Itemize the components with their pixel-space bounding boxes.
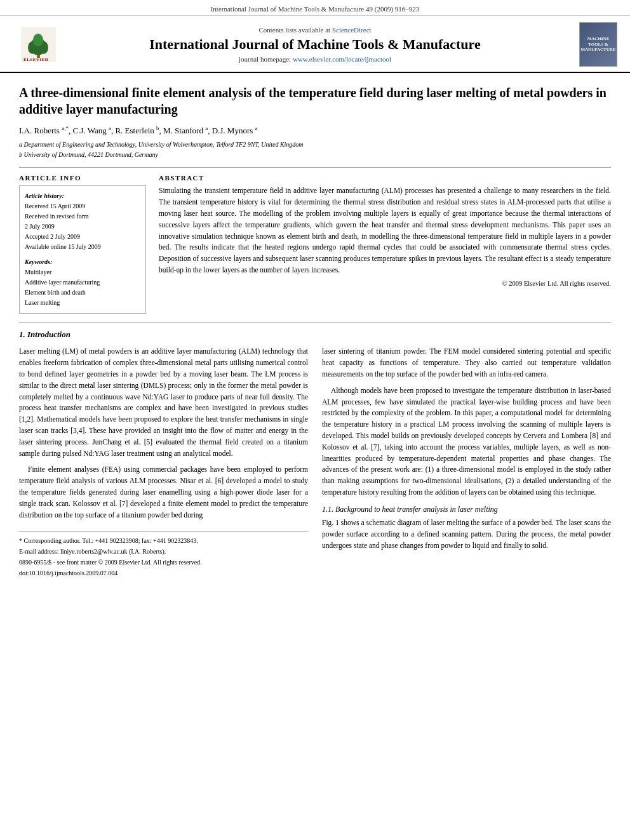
svg-point-5 (33, 34, 43, 46)
keywords-label: Keywords: (25, 257, 140, 267)
copyright-line: © 2009 Elsevier Ltd. All rights reserved… (159, 280, 611, 287)
elsevier-logo: ELSEVIER (13, 27, 64, 62)
footnote-doi: doi:10.1016/j.ijmachtools.2009.07.004 (19, 568, 308, 578)
authors-line: I.A. Roberts a,*, C.J. Wang a, R. Esterl… (19, 125, 611, 136)
homepage-label: journal homepage: (239, 55, 291, 63)
keyword-1: Multilayer (25, 267, 140, 277)
keywords-section: Keywords: Multilayer Additive layer manu… (25, 257, 140, 308)
journal-homepage: journal homepage: www.elsevier.com/locat… (64, 55, 566, 63)
received-revised-label: Received in revised form (25, 211, 140, 222)
authors-text: I.A. Roberts a,*, C.J. Wang a, R. Esterl… (19, 126, 258, 135)
article-info-col: ARTICLE INFO Article history: Received 1… (19, 174, 146, 314)
body-col-left: Laser melting (LM) of metal powders is a… (19, 346, 308, 578)
subsection-1-1-title: 1.1. Background to heat transfer analysi… (322, 503, 611, 516)
abstract-text: Simulating the transient temperature fie… (159, 185, 611, 276)
body-two-col: Laser melting (LM) of metal powders is a… (19, 346, 611, 578)
footnote-email: E-mail address: liniye.roberts2@wlv.ac.u… (19, 547, 308, 556)
journal-citation-text: International Journal of Machine Tools &… (211, 5, 420, 13)
section-1-header: 1. Introduction (19, 330, 611, 340)
footnote-corresponding: * Corresponding author. Tel.: +441 90232… (19, 536, 308, 545)
abstract-col: ABSTRACT Simulating the transient temper… (159, 174, 611, 314)
revised-date: 2 July 2009 (25, 222, 140, 232)
sciencedirect-link[interactable]: ScienceDirect (332, 26, 372, 34)
section-rule-1 (19, 167, 611, 168)
affiliation-b: b University of Dortmund, 44221 Dortmund… (19, 150, 611, 159)
elsevier-tree-icon: ELSEVIER (21, 27, 56, 62)
thumbnail-text: MACHINE TOOLS & MANUFACTURE (580, 36, 615, 52)
available-online: Available online 15 July 2009 (25, 242, 140, 252)
body-col-right: laser sintering of titanium powder. The … (322, 346, 611, 578)
article-info-heading: ARTICLE INFO (19, 174, 146, 182)
footnote-section: * Corresponding author. Tel.: +441 90232… (19, 531, 308, 578)
journal-title-banner: International Journal of Machine Tools &… (64, 36, 566, 53)
article-info-box: Article history: Received 15 April 2009 … (19, 185, 146, 314)
affiliation-a: a Department of Engineering and Technolo… (19, 140, 611, 149)
keyword-3: Element birth and death (25, 288, 140, 298)
body-para-5: Fig. 1 shows a schematic diagram of lase… (322, 517, 611, 551)
keyword-4: Laser melting (25, 298, 140, 308)
elsevier-logo-area: ELSEVIER (13, 27, 64, 62)
journal-banner-center: Contents lists available at ScienceDirec… (64, 26, 566, 63)
subsection-number: 1.1. (322, 505, 333, 514)
contents-line: Contents lists available at ScienceDirec… (64, 26, 566, 34)
article-title: A three-dimensional finite element analy… (19, 84, 611, 117)
history-label: Article history: (25, 191, 140, 201)
keyword-2: Additive layer manufacturing (25, 277, 140, 288)
accepted-date: Accepted 2 July 2009 (25, 232, 140, 242)
journal-thumbnail-area: MACHINE TOOLS & MANUFACTURE (566, 22, 617, 67)
subsection-title-text: Background to heat transfer analysis in … (335, 505, 498, 514)
svg-text:ELSEVIER: ELSEVIER (23, 57, 49, 62)
page: International Journal of Machine Tools &… (0, 0, 630, 840)
section-1-number: 1. (19, 330, 25, 339)
section-1-title-text: Introduction (27, 330, 70, 339)
journal-banner: ELSEVIER Contents lists available at Sci… (0, 16, 630, 73)
journal-thumbnail: MACHINE TOOLS & MANUFACTURE (579, 22, 617, 67)
affiliations: a Department of Engineering and Technolo… (19, 140, 611, 159)
abstract-heading: ABSTRACT (159, 174, 611, 182)
article-info-abstract-row: ARTICLE INFO Article history: Received 1… (19, 174, 611, 314)
body-para-3: laser sintering of titanium powder. The … (322, 346, 611, 380)
homepage-url[interactable]: www.elsevier.com/locate/ijmactool (293, 55, 391, 63)
journal-citation-bar: International Journal of Machine Tools &… (0, 0, 630, 16)
main-content: A three-dimensional finite element analy… (0, 73, 630, 592)
body-para-1: Laser melting (LM) of metal powders is a… (19, 346, 308, 459)
footnote-issn: 0890-6955/$ - see front matter © 2009 El… (19, 557, 308, 567)
body-para-4: Although models have been proposed to in… (322, 385, 611, 498)
body-para-2: Finite element analyses (FEA) using comm… (19, 464, 308, 521)
section-1-title: 1. Introduction (19, 330, 611, 340)
contents-available-text: Contents lists available at (258, 26, 330, 34)
received-date: Received 15 April 2009 (25, 201, 140, 211)
section-rule-2 (19, 323, 611, 323)
